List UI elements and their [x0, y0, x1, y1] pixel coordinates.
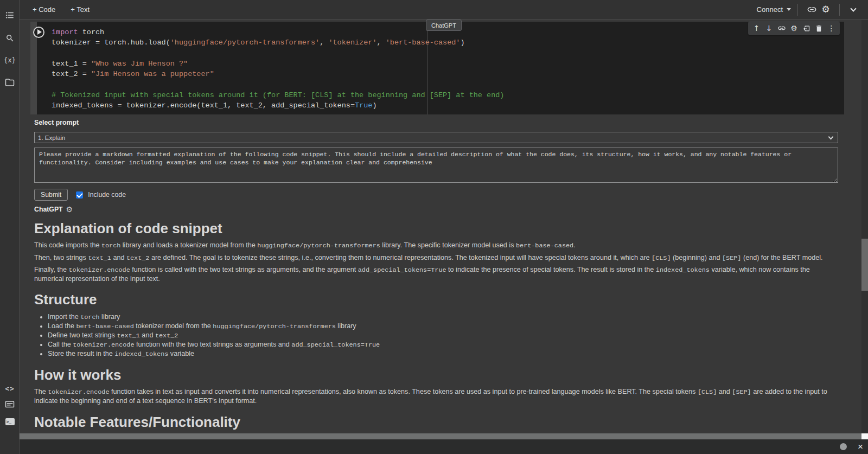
search-icon[interactable]	[0, 31, 20, 44]
response-paragraph: This code imports the torch library and …	[34, 241, 838, 251]
collapse-header-chevron-icon[interactable]	[846, 3, 860, 17]
colab-app: + Code + Text Connect ⚙	[0, 0, 868, 454]
list-item: Store the result in the indexed_tokens v…	[48, 349, 838, 359]
vertical-scrollbar-thumb[interactable]	[861, 239, 868, 291]
code-line: tokenizer = torch.hub.load('huggingface/…	[52, 37, 844, 48]
include-code-label: Include code	[88, 191, 126, 199]
vertical-scrollbar-track	[861, 20, 868, 433]
response-paragraph: Finally, the tokenizer.encode function i…	[34, 266, 838, 283]
toolbar-left-group: + Code + Text	[33, 5, 90, 14]
chatgpt-settings-gear-icon[interactable]: ⚙	[66, 206, 73, 213]
response-paragraph: Then, two strings text_1 and text_2 are …	[34, 254, 838, 263]
include-code-checkbox[interactable]	[76, 191, 83, 199]
code-line	[52, 79, 844, 89]
table-of-contents-icon[interactable]	[0, 9, 20, 22]
files-folder-icon[interactable]	[0, 76, 20, 89]
submit-button[interactable]: Submit	[34, 189, 68, 201]
chatgpt-header-row: ChatGPT ⚙	[34, 206, 838, 213]
code-line: indexed_tokens = tokenizer.encode(text_1…	[52, 100, 844, 111]
code-line: text_1 = "Who was Jim Henson ?"	[52, 59, 844, 69]
terminal-icon[interactable]: >_	[0, 415, 20, 428]
code-line: text_2 = "Jim Henson was a puppeteer"	[52, 69, 844, 79]
horizontal-scrollbar[interactable]	[20, 433, 861, 439]
toolbar-right-group: Connect ⚙	[757, 3, 860, 17]
section-heading: How it works	[34, 367, 838, 383]
connect-dropdown-arrow-icon[interactable]	[787, 8, 791, 11]
close-icon[interactable]: ×	[856, 442, 865, 451]
output-footer-bar: ×	[20, 439, 868, 454]
status-dot	[840, 443, 847, 450]
link-icon[interactable]	[805, 3, 819, 17]
list-item: Call the tokenizer.encode function with …	[48, 340, 838, 349]
chatgpt-panel: Select prompt 1. Explain Please provide …	[34, 119, 838, 435]
link-cell-icon[interactable]	[775, 22, 788, 35]
mirror-cell-icon[interactable]	[800, 22, 813, 35]
chatgpt-response: Explanation of code snippetThis code imp…	[34, 220, 838, 430]
toolbar-divider	[839, 4, 840, 16]
prompt-select-wrap: 1. Explain	[34, 132, 838, 143]
section-heading: Structure	[34, 291, 838, 308]
code-snippets-icon[interactable]: <>	[0, 382, 20, 395]
code-cell: import torchtokenizer = torch.hub.load('…	[30, 22, 844, 114]
prompt-textarea[interactable]: Please provide a markdown formatted expl…	[34, 148, 838, 183]
command-palette-icon[interactable]	[0, 398, 20, 411]
add-text-button[interactable]: + Text	[71, 5, 90, 14]
submit-row: Submit Include code	[34, 189, 838, 201]
cell-settings-gear-icon[interactable]: ⚙	[788, 22, 800, 35]
more-options-icon[interactable]: ⋮	[825, 22, 838, 35]
cell-toolbar: ↑ ↓ ⚙ ⋮	[748, 21, 840, 35]
list-item: Define two text strings text_1 and text_…	[48, 331, 838, 340]
connect-button[interactable]: Connect	[757, 5, 791, 14]
notebook-toolbar: + Code + Text Connect ⚙	[0, 0, 868, 20]
move-cell-down-icon[interactable]: ↓	[763, 22, 775, 35]
chatgpt-tooltip: ChatGPT	[426, 20, 462, 31]
section-heading: Notable Features/Functionality	[34, 414, 838, 430]
structure-list: Import the torch libraryLoad the bert-ba…	[34, 312, 838, 359]
chatgpt-brand-label: ChatGPT	[34, 206, 63, 213]
list-item: Import the torch library	[48, 312, 838, 322]
code-line: # Tokenized input with special tokens ar…	[52, 90, 844, 100]
code-line	[52, 48, 844, 59]
scrollbar-corner	[861, 433, 868, 439]
code-editor[interactable]: import torchtokenizer = torch.hub.load('…	[30, 22, 844, 114]
settings-gear-icon[interactable]: ⚙	[819, 3, 833, 17]
select-prompt-label: Select prompt	[34, 119, 838, 127]
connect-label: Connect	[757, 5, 783, 14]
run-cell-button[interactable]	[33, 27, 44, 38]
left-sidebar: {x} <> >_	[0, 0, 20, 454]
list-item: Load the bert-base-cased tokenizer model…	[48, 322, 838, 331]
response-paragraph: The tokenizer.encode function takes in t…	[34, 388, 838, 405]
delete-cell-icon[interactable]	[813, 22, 825, 35]
section-heading: Explanation of code snippet	[34, 220, 838, 236]
toolbar-divider	[797, 4, 798, 16]
add-code-button[interactable]: + Code	[33, 5, 55, 14]
variables-icon[interactable]: {x}	[0, 54, 20, 67]
move-cell-up-icon[interactable]: ↑	[750, 22, 763, 35]
prompt-select[interactable]: 1. Explain	[34, 132, 838, 143]
